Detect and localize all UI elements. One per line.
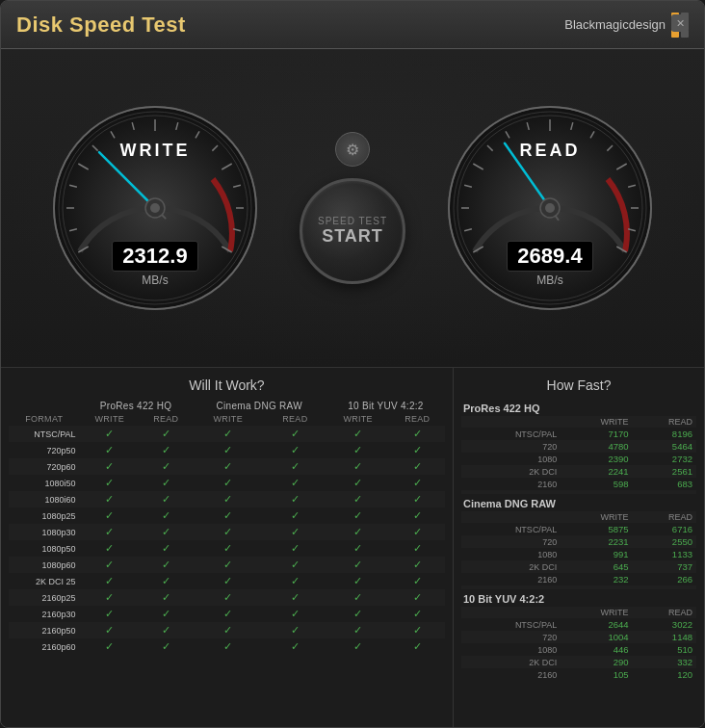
section-header-row: ProRes 422 HQ	[461, 399, 696, 416]
section-header: 10 Bit YUV 4:2:2	[461, 589, 696, 607]
row-label: 2160	[461, 668, 561, 681]
logo-area: Blackmagicdesign	[564, 13, 689, 38]
col-header-row: WRITEREAD	[461, 511, 696, 523]
write-value: 2241	[561, 465, 632, 478]
gauges-section: WRITE 2312.9 MB/s ⚙ SPEED TEST START	[1, 49, 704, 367]
col-header-cell: READ	[633, 607, 696, 618]
check-cell: ✓	[264, 638, 326, 655]
check-cell: ✓	[140, 557, 193, 573]
read-value: 3022	[633, 618, 696, 631]
row-label: 720	[461, 535, 561, 548]
table-row: 2K DCI 25✓✓✓✓✓✓	[9, 573, 445, 589]
check-cell: ✓	[193, 638, 264, 655]
read-value: 8196	[633, 428, 696, 440]
col-header-cell: WRITE	[561, 511, 632, 523]
table-row: 1080i60✓✓✓✓✓✓	[9, 491, 445, 507]
check-cell: ✓	[140, 606, 193, 622]
start-button[interactable]: SPEED TEST START	[300, 178, 405, 284]
write-value: 645	[561, 560, 632, 573]
section-header-row: 10 Bit YUV 4:2:2	[461, 589, 696, 607]
read-gauge: READ 2689.4 MB/s	[444, 102, 656, 314]
check-cell: ✓	[193, 524, 264, 540]
check-cell: ✓	[264, 606, 326, 622]
read-value: 332	[633, 656, 696, 668]
check-cell: ✓	[80, 573, 140, 589]
col-header-cell	[461, 511, 561, 523]
row-label: 2160p25	[9, 589, 80, 606]
check-cell: ✓	[80, 475, 140, 491]
section-header-row: Cinema DNG RAW	[461, 494, 696, 511]
check-cell: ✓	[264, 442, 326, 458]
start-label-main: START	[322, 226, 383, 247]
read-value: 266	[633, 573, 696, 585]
table-row: NTSC/PAL✓✓✓✓✓✓	[9, 426, 445, 442]
table-row: 1080p60✓✓✓✓✓✓	[9, 557, 445, 573]
list-item: 2160232266	[461, 573, 696, 585]
format-header	[9, 399, 80, 412]
write-value: 2231	[561, 535, 632, 548]
check-cell: ✓	[264, 458, 326, 475]
write-value: 446	[561, 643, 632, 656]
read-col-3: READ	[389, 412, 445, 426]
write-value: 290	[561, 656, 632, 668]
write-col-3: WRITE	[326, 412, 390, 426]
check-cell: ✓	[80, 589, 140, 606]
read-value: 6716	[633, 523, 696, 535]
write-col-1: WRITE	[80, 412, 140, 426]
row-label: NTSC/PAL	[9, 426, 80, 442]
section-header: Cinema DNG RAW	[461, 494, 696, 511]
list-item: NTSC/PAL71708196	[461, 428, 696, 440]
row-label: 2160p30	[9, 606, 80, 622]
read-value: 683	[633, 478, 696, 490]
check-cell: ✓	[140, 507, 193, 524]
col-header-cell	[461, 607, 561, 618]
list-item: 72047805464	[461, 440, 696, 453]
list-item: 2160105120	[461, 668, 696, 681]
table-row: 2160p25✓✓✓✓✓✓	[9, 589, 445, 606]
read-gauge-unit: MB/s	[507, 273, 593, 287]
write-value: 7170	[561, 428, 632, 440]
check-cell: ✓	[80, 540, 140, 557]
write-value: 598	[561, 478, 632, 490]
col-headers-row: FORMAT WRITE READ WRITE READ WRITE READ	[9, 412, 445, 426]
close-button[interactable]: ✕	[671, 14, 689, 32]
check-cell: ✓	[326, 475, 390, 491]
list-item: 1080446510	[461, 643, 696, 656]
list-item: 72022312550	[461, 535, 696, 548]
row-label: 2160	[461, 478, 561, 490]
write-value: 2644	[561, 618, 632, 631]
table-row: 1080p30✓✓✓✓✓✓	[9, 524, 445, 540]
check-cell: ✓	[80, 426, 140, 442]
settings-button[interactable]: ⚙	[335, 132, 370, 167]
read-value: 2561	[633, 465, 696, 478]
read-gauge-value: 2689.4	[507, 241, 593, 272]
yuv-header: 10 Bit YUV 4:2:2	[326, 399, 445, 412]
read-value: 2732	[633, 453, 696, 465]
row-label: 2K DCI	[461, 656, 561, 668]
col-header-row: WRITEREAD	[461, 416, 696, 428]
check-cell: ✓	[193, 589, 264, 606]
list-item: 108023902732	[461, 453, 696, 465]
row-label: 1080p50	[9, 540, 80, 557]
will-it-work-table: ProRes 422 HQ Cinema DNG RAW 10 Bit YUV …	[9, 399, 445, 655]
row-label: 1080	[461, 643, 561, 656]
table-row: 720p60✓✓✓✓✓✓	[9, 458, 445, 475]
check-cell: ✓	[326, 540, 390, 557]
row-label: 1080i50	[9, 475, 80, 491]
will-it-work-panel: Will It Work? ProRes 422 HQ Cinema DNG R…	[1, 368, 454, 728]
check-cell: ✓	[193, 606, 264, 622]
check-cell: ✓	[140, 426, 193, 442]
check-cell: ✓	[80, 458, 140, 475]
section-header: ProRes 422 HQ	[461, 399, 696, 416]
check-cell: ✓	[140, 540, 193, 557]
list-item: NTSC/PAL26443022	[461, 618, 696, 631]
start-label-top: SPEED TEST	[318, 216, 387, 226]
read-value: 737	[633, 560, 696, 573]
check-cell: ✓	[326, 589, 390, 606]
check-cell: ✓	[389, 524, 445, 540]
check-cell: ✓	[80, 491, 140, 507]
app-window: Disk Speed Test Blackmagicdesign ✕	[0, 0, 705, 728]
title-bar: Disk Speed Test Blackmagicdesign ✕	[1, 1, 704, 49]
check-cell: ✓	[389, 507, 445, 524]
check-cell: ✓	[389, 458, 445, 475]
